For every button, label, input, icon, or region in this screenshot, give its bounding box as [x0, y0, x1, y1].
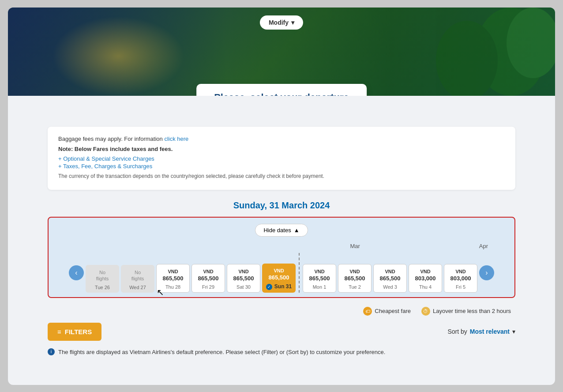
- day-cell-sat30[interactable]: VND 865,500 Sat 30: [227, 264, 260, 293]
- day-label: Thu 28: [159, 284, 187, 290]
- modify-label: Modify: [269, 19, 289, 26]
- amount: 865,500: [230, 275, 257, 282]
- month-apr: Apr: [479, 243, 488, 249]
- calendar-slider: Hide dates ▲ Mar Apr ‹ Noflights Tue 26 …: [48, 217, 515, 298]
- day-cell-thu28[interactable]: VND 865,500 Thu 28: [156, 264, 190, 293]
- hero-image: Modify ▾ Please, select your departure H…: [8, 8, 555, 96]
- hide-dates-chevron: ▲: [294, 227, 300, 234]
- currency-note: The currency of the transaction depends …: [58, 172, 505, 180]
- currency: VND: [265, 268, 293, 273]
- currency: VND: [376, 269, 404, 274]
- taxes-link[interactable]: + Taxes, Fee, Charges & Surcharges: [58, 163, 505, 170]
- amount: 865,500: [341, 275, 368, 282]
- filter-icon: ≡: [57, 328, 61, 335]
- info-icon: i: [48, 348, 55, 355]
- currency: VND: [159, 269, 187, 274]
- amount: 865,500: [265, 274, 293, 281]
- day-label: ✓ Sun 31: [265, 283, 293, 290]
- day-label: Wed 27: [124, 285, 152, 290]
- filters-row: ≡ FILTERS Sort by Most relevant ▾: [48, 323, 515, 341]
- legend-row: 🏷 Cheapest fare ⏱ Layover time less than…: [48, 307, 515, 316]
- filters-label: FILTERS: [65, 328, 92, 335]
- flight-note: i The flights are displayed as Vietnam A…: [48, 348, 515, 357]
- month-divider: [299, 253, 300, 293]
- no-flights-text: Noflights: [88, 269, 116, 282]
- layover-time-label: Layover time less than 2 hours: [433, 308, 511, 314]
- cheapest-fare-label: Cheapest fare: [375, 308, 411, 314]
- amount: 865,500: [306, 275, 333, 282]
- baggage-text: Baggage fees may apply. For information …: [58, 135, 505, 143]
- next-nav-button[interactable]: ›: [479, 265, 494, 280]
- amount: 865,500: [376, 275, 404, 282]
- day-cell-fri29[interactable]: VND 865,500 Fri 29: [191, 264, 225, 293]
- departure-title: Please, select your departure: [214, 92, 349, 96]
- day-label: Wed 3: [376, 284, 404, 290]
- month-mar: Mar: [350, 243, 360, 249]
- click-here-link[interactable]: click here: [164, 136, 188, 142]
- currency: VND: [195, 269, 222, 274]
- amount: 803,000: [447, 275, 474, 282]
- day-cell-tue26[interactable]: Noflights Tue 26: [86, 265, 119, 293]
- day-label: Thu 4: [412, 284, 439, 290]
- departure-box: Please, select your departure Ho Chi Min…: [196, 84, 367, 96]
- sort-prefix: Sort by: [447, 328, 467, 335]
- layover-time-icon: ⏱: [421, 307, 430, 316]
- layover-time-legend: ⏱ Layover time less than 2 hours: [421, 307, 511, 316]
- calendar-row: ‹ Noflights Tue 26 Noflights Wed 27 VND …: [49, 253, 514, 293]
- day-cell-wed3[interactable]: VND 865,500 Wed 3: [373, 264, 407, 293]
- sort-chevron: ▾: [512, 328, 515, 335]
- currency: VND: [447, 269, 474, 274]
- day-cell-fri5[interactable]: VND 803,000 Fri 5: [444, 264, 477, 293]
- day-cell-wed27[interactable]: Noflights Wed 27: [121, 265, 154, 293]
- day-label: Fri 5: [447, 284, 474, 290]
- cheapest-fare-legend: 🏷 Cheapest fare: [363, 307, 411, 316]
- amount: 865,500: [195, 275, 222, 282]
- day-label: Tue 26: [88, 285, 116, 290]
- month-labels: Mar Apr: [49, 243, 514, 253]
- amount: 803,000: [412, 275, 439, 282]
- no-flights-text: Noflights: [124, 269, 152, 282]
- sort-option[interactable]: Most relevant: [470, 328, 510, 335]
- day-cell-thu4[interactable]: VND 803,000 Thu 4: [409, 264, 442, 293]
- prev-nav-button[interactable]: ‹: [69, 265, 84, 280]
- day-cell-tue2[interactable]: VND 865,500 Tue 2: [338, 264, 372, 293]
- currency: VND: [230, 269, 257, 274]
- hide-dates-label: Hide dates: [263, 227, 291, 234]
- optional-charges-link[interactable]: + Optional & Special Service Charges: [58, 155, 505, 162]
- currency: VND: [412, 269, 439, 274]
- sort-row: Sort by Most relevant ▾: [447, 328, 515, 335]
- info-box: Baggage fees may apply. For information …: [48, 127, 515, 190]
- selected-check-icon: ✓: [266, 284, 272, 290]
- currency: VND: [341, 269, 368, 274]
- day-label: Fri 29: [195, 284, 222, 290]
- filters-button[interactable]: ≡ FILTERS: [48, 323, 101, 341]
- hide-dates-button[interactable]: Hide dates ▲: [255, 224, 308, 237]
- amount: 865,500: [159, 275, 187, 282]
- day-label: Sat 30: [230, 284, 257, 290]
- day-label: Mon 1: [306, 284, 333, 290]
- day-cell-mon1[interactable]: VND 865,500 Mon 1: [303, 264, 336, 293]
- flight-note-text: The flights are displayed as Vietnam Air…: [58, 348, 385, 357]
- day-label: Tue 2: [341, 284, 368, 290]
- modify-chevron: ▾: [291, 19, 294, 26]
- date-heading: Sunday, 31 March 2024: [48, 200, 515, 211]
- day-cell-sun31[interactable]: VND 865,500 ✓ Sun 31: [262, 264, 296, 293]
- currency: VND: [306, 269, 333, 274]
- cheapest-fare-icon: 🏷: [363, 307, 372, 316]
- modify-button[interactable]: Modify ▾: [260, 15, 303, 30]
- note-text: Note: Below Fares include taxes and fees…: [58, 145, 505, 154]
